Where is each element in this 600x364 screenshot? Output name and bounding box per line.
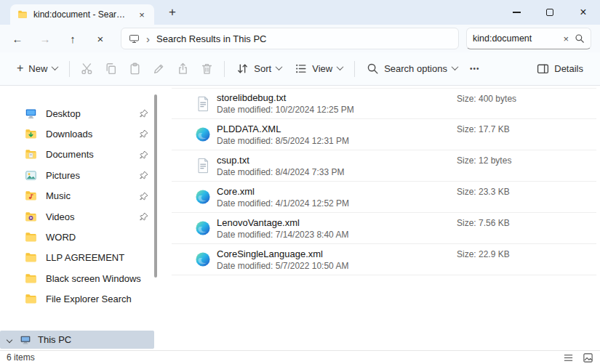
sidebar-item-downloads[interactable]: Downloads <box>3 124 157 144</box>
status-bar: 6 items <box>0 350 600 364</box>
folder-icon <box>25 293 37 305</box>
new-button[interactable]: + New <box>10 57 64 81</box>
sidebar-item-label: This PC <box>38 334 71 345</box>
copy-button[interactable] <box>99 57 123 81</box>
breadcrumb: Search Results in This PC <box>156 33 267 44</box>
close-button[interactable]: × <box>567 0 600 25</box>
address-bar[interactable]: › Search Results in This PC <box>121 28 459 49</box>
toolbar-divider <box>354 61 355 77</box>
sidebar-item-videos[interactable]: Videos <box>3 206 157 227</box>
pin-icon <box>140 171 148 179</box>
view-label: View <box>312 63 332 74</box>
videos-icon <box>25 211 37 223</box>
file-row[interactable]: Core.xml Date modified: 4/1/2024 12:52 P… <box>172 182 596 213</box>
sort-button[interactable]: Sort <box>230 57 288 81</box>
file-row[interactable]: csup.txt Date modified: 8/4/2024 7:33 PM… <box>172 150 596 182</box>
sidebar-item-desktop[interactable]: Desktop <box>3 103 157 124</box>
search-options-label: Search options <box>384 63 447 74</box>
search-options-button[interactable]: Search options <box>360 57 464 81</box>
stop-button[interactable]: × <box>89 28 112 49</box>
forward-button[interactable]: → <box>33 28 57 49</box>
file-row[interactable]: CoreSingleLanguage.xml Date modified: 5/… <box>172 244 596 275</box>
rename-icon <box>153 62 165 75</box>
file-size: Size: 7.56 KB <box>457 218 510 228</box>
file-size: Size: 400 bytes <box>457 94 516 104</box>
file-name: csup.txt <box>217 154 596 166</box>
back-button[interactable]: ← <box>6 28 29 49</box>
tab-close-icon[interactable]: × <box>135 8 148 21</box>
sidebar-item-pictures[interactable]: Pictures <box>3 165 157 185</box>
rename-button[interactable] <box>147 57 171 81</box>
details-label: Details <box>554 63 583 74</box>
sidebar-item-documents[interactable]: Documents <box>3 145 157 165</box>
sidebar-item-label: File Explorer Search <box>46 294 132 304</box>
file-list: storelibdebug.txt Date modified: 10/2/20… <box>161 86 600 350</box>
file-row[interactable]: LenovoVantage.xml Date modified: 7/14/20… <box>172 213 596 244</box>
sidebar-item-file-explorer-search[interactable]: File Explorer Search <box>3 289 157 310</box>
sidebar-item-word[interactable]: WORD <box>3 227 157 247</box>
command-toolbar: + New <box>0 52 600 86</box>
details-view-toggle-icon[interactable] <box>563 352 574 363</box>
search-icon[interactable] <box>575 33 585 44</box>
share-button[interactable] <box>171 57 195 81</box>
downloads-icon <box>25 128 37 140</box>
maximize-icon <box>546 9 553 16</box>
view-button[interactable]: View <box>288 57 349 81</box>
sidebar-item-label: LLP AGREEMENT <box>46 252 124 263</box>
up-button[interactable]: ↑ <box>61 28 84 49</box>
paste-icon <box>129 62 141 75</box>
plus-icon: + <box>17 62 23 74</box>
search-input[interactable] <box>473 33 557 44</box>
file-date-modified: Date modified: 7/14/2023 8:40 AM <box>217 229 596 240</box>
clear-search-icon[interactable]: × <box>561 33 570 44</box>
sidebar: Desktop Downloads Docum <box>0 86 161 350</box>
minimize-button[interactable] <box>500 0 533 25</box>
toolbar-divider <box>224 61 225 77</box>
file-date-modified: Date modified: 5/7/2022 10:50 AM <box>217 260 596 272</box>
new-tab-button[interactable]: + <box>163 3 182 22</box>
sidebar-item-llp-agreement[interactable]: LLP AGREEMENT <box>3 248 157 268</box>
sidebar-item-music[interactable]: Music <box>3 186 157 206</box>
thumbnail-view-toggle-icon[interactable] <box>583 352 593 363</box>
file-name: CoreSingleLanguage.xml <box>217 248 596 260</box>
details-pane-button[interactable]: Details <box>530 57 590 81</box>
breadcrumb-chevron-icon: › <box>146 33 150 45</box>
explorer-tab[interactable]: kind:document - Search Result × <box>10 4 154 25</box>
this-pc-icon <box>20 334 31 346</box>
item-count: 6 items <box>7 352 35 363</box>
chevron-down-icon <box>7 336 12 342</box>
file-name: storelibdebug.txt <box>217 92 596 104</box>
file-size: Size: 17.7 KB <box>457 124 510 134</box>
window-controls: × <box>500 0 600 25</box>
sidebar-item-black-screen-windows[interactable]: Black screen Windows <box>3 268 157 288</box>
paste-button[interactable] <box>123 57 147 81</box>
sidebar-item-label: WORD <box>46 232 76 243</box>
edge-xml-file-icon <box>195 126 211 142</box>
delete-button[interactable] <box>195 57 219 81</box>
new-label: New <box>28 63 47 74</box>
sidebar-scrollbar[interactable] <box>154 94 157 278</box>
file-explorer-window: kind:document - Search Result × + × ← → … <box>0 0 600 364</box>
copy-icon <box>105 62 117 75</box>
pin-icon <box>140 109 148 118</box>
search-options-icon <box>367 62 379 75</box>
cut-icon <box>81 62 93 75</box>
file-date-modified: Date modified: 10/2/2024 12:25 PM <box>217 104 596 116</box>
pin-icon <box>140 212 148 221</box>
minimize-icon <box>513 12 521 12</box>
file-date-modified: Date modified: 4/1/2024 12:52 PM <box>217 198 596 209</box>
more-options-button[interactable]: ••• <box>464 57 486 81</box>
maximize-button[interactable] <box>533 0 567 25</box>
sort-label: Sort <box>254 63 271 74</box>
body-area: Desktop Downloads Docum <box>0 86 600 350</box>
file-name: PLDDATA.XML <box>217 123 596 135</box>
file-row[interactable]: storelibdebug.txt Date modified: 10/2/20… <box>172 88 596 119</box>
pictures-icon <box>25 169 37 182</box>
sidebar-item-label: Music <box>46 190 71 201</box>
sidebar-item-this-pc[interactable]: This PC <box>0 331 154 349</box>
this-pc-icon <box>129 33 140 44</box>
folder-icon <box>25 272 37 285</box>
cut-button[interactable] <box>75 57 99 81</box>
file-row[interactable]: PLDDATA.XML Date modified: 8/5/2024 12:3… <box>172 119 596 150</box>
search-box[interactable]: × <box>466 28 591 49</box>
